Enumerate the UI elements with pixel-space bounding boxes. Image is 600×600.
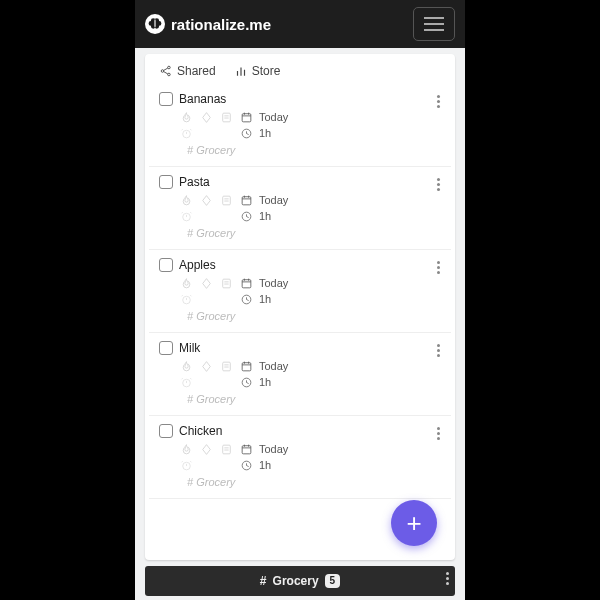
task-tag[interactable]: # Grocery [159, 144, 445, 156]
svg-line-3 [164, 68, 168, 70]
task-date: Today [259, 360, 288, 372]
fire-icon [179, 110, 193, 124]
fire-icon [179, 276, 193, 290]
task-title[interactable]: Milk [179, 341, 200, 355]
task-menu-button[interactable] [429, 258, 447, 276]
calendar-icon[interactable] [239, 193, 253, 207]
task-menu-button[interactable] [429, 424, 447, 442]
diamond-icon [199, 442, 213, 456]
clock-icon[interactable] [239, 292, 253, 306]
svg-line-35 [246, 216, 248, 217]
svg-line-59 [181, 378, 182, 379]
svg-point-57 [182, 379, 190, 387]
tag-count-badge: 5 [325, 574, 341, 588]
task-card: Shared Store Bananas Today 1h # Gro [145, 54, 455, 560]
svg-line-18 [190, 129, 191, 130]
tag-name: Grocery [273, 574, 319, 588]
task-menu-button[interactable] [429, 341, 447, 359]
task-duration: 1h [259, 210, 271, 222]
svg-line-21 [246, 133, 248, 134]
svg-line-45 [181, 295, 182, 296]
task-date: Today [259, 111, 288, 123]
clock-icon[interactable] [239, 375, 253, 389]
tab-store[interactable]: Store [234, 64, 281, 78]
task-menu-button[interactable] [429, 92, 447, 110]
note-icon [219, 276, 233, 290]
svg-line-73 [181, 461, 182, 462]
tag-menu-button[interactable] [446, 572, 449, 585]
calendar-icon[interactable] [239, 110, 253, 124]
svg-line-63 [246, 382, 248, 383]
task-checkbox[interactable] [159, 258, 173, 272]
calendar-icon[interactable] [239, 359, 253, 373]
svg-line-60 [190, 378, 191, 379]
task-date: Today [259, 443, 288, 455]
task-duration: 1h [259, 376, 271, 388]
alarm-icon [179, 292, 193, 306]
calendar-icon[interactable] [239, 442, 253, 456]
fire-icon [179, 193, 193, 207]
svg-point-2 [168, 73, 171, 76]
svg-rect-22 [222, 196, 230, 205]
alarm-icon [179, 126, 193, 140]
bars-icon [234, 64, 248, 78]
tab-shared[interactable]: Shared [159, 64, 216, 78]
clock-icon[interactable] [239, 126, 253, 140]
fire-icon [179, 359, 193, 373]
task-duration: 1h [259, 127, 271, 139]
diamond-icon [199, 193, 213, 207]
task-tag[interactable]: # Grocery [159, 393, 445, 405]
task-date: Today [259, 194, 288, 206]
svg-line-74 [190, 461, 191, 462]
task-menu-button[interactable] [429, 175, 447, 193]
svg-point-1 [168, 66, 171, 69]
task-title[interactable]: Apples [179, 258, 216, 272]
task-title[interactable]: Pasta [179, 175, 210, 189]
task-item: Apples Today 1h # Grocery [149, 250, 451, 333]
tag-bar[interactable]: # Grocery 5 [145, 566, 455, 596]
svg-line-31 [181, 212, 182, 213]
hash-icon: # [260, 574, 267, 588]
task-date: Today [259, 277, 288, 289]
task-item: Bananas Today 1h # Grocery [149, 84, 451, 167]
svg-line-46 [190, 295, 191, 296]
brand[interactable]: rationalize.me [145, 14, 271, 34]
menu-button[interactable] [413, 7, 455, 41]
task-title[interactable]: Bananas [179, 92, 226, 106]
task-tag[interactable]: # Grocery [159, 227, 445, 239]
task-item: Pasta Today 1h # Grocery [149, 167, 451, 250]
task-duration: 1h [259, 459, 271, 471]
svg-point-0 [161, 70, 164, 73]
task-item: Chicken Today 1h # Grocery [149, 416, 451, 499]
tab-shared-label: Shared [177, 64, 216, 78]
task-item: Milk Today 1h # Grocery [149, 333, 451, 416]
task-list[interactable]: Bananas Today 1h # Grocery Pasta [145, 84, 455, 560]
task-tag[interactable]: # Grocery [159, 476, 445, 488]
calendar-icon[interactable] [239, 276, 253, 290]
note-icon [219, 442, 233, 456]
svg-line-4 [164, 72, 168, 74]
task-checkbox[interactable] [159, 341, 173, 355]
task-checkbox[interactable] [159, 424, 173, 438]
add-task-fab[interactable]: + [391, 500, 437, 546]
svg-rect-25 [242, 196, 251, 204]
svg-line-49 [246, 299, 248, 300]
alarm-icon [179, 209, 193, 223]
svg-rect-39 [242, 279, 251, 287]
clock-icon[interactable] [239, 209, 253, 223]
share-icon [159, 64, 173, 78]
alarm-icon [179, 458, 193, 472]
task-checkbox[interactable] [159, 92, 173, 106]
svg-line-77 [246, 465, 248, 466]
note-icon [219, 359, 233, 373]
svg-line-32 [190, 212, 191, 213]
svg-rect-36 [222, 279, 230, 288]
note-icon [219, 110, 233, 124]
note-icon [219, 193, 233, 207]
app-viewport: rationalize.me Shared Store Bananas [135, 0, 465, 600]
task-title[interactable]: Chicken [179, 424, 222, 438]
task-tag[interactable]: # Grocery [159, 310, 445, 322]
task-checkbox[interactable] [159, 175, 173, 189]
fire-icon [179, 442, 193, 456]
clock-icon[interactable] [239, 458, 253, 472]
